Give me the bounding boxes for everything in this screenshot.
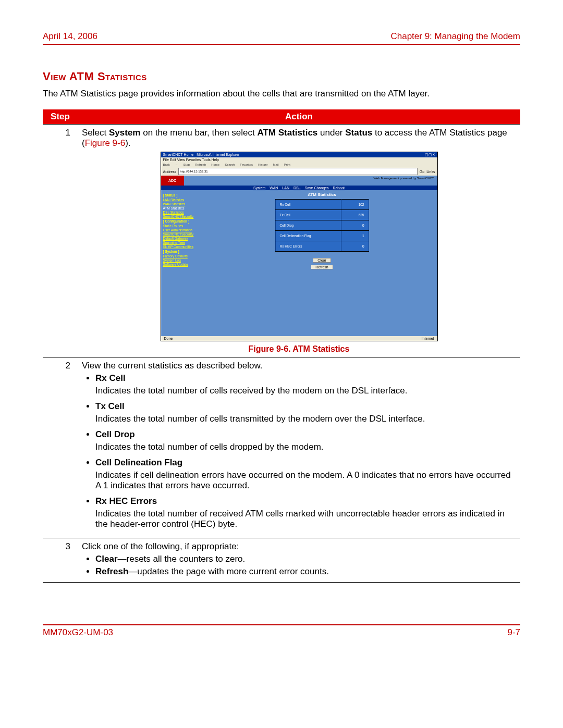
tool-refresh[interactable]: Refresh: [195, 163, 206, 166]
side-sw[interactable]: Software Update: [163, 263, 205, 266]
stat-v: 635: [341, 210, 369, 220]
tool-stop[interactable]: Stop: [183, 163, 190, 166]
side-atm[interactable]: ATM Statistics: [163, 206, 205, 210]
stat-k: Cell Delineation Flag: [275, 231, 341, 241]
side-dsl[interactable]: DSL Statistics: [163, 211, 205, 214]
tool-back[interactable]: Back: [163, 163, 170, 166]
footer-line: MM70xG2-UM-03 9-7: [43, 627, 520, 638]
nav-reboot[interactable]: Reboot: [333, 186, 345, 190]
col-action: Action: [78, 109, 520, 125]
stats-table: Rx Cell102 Tx Cell635 Cell Drop0 Cell De…: [275, 199, 369, 252]
desc-refresh: —updates the page with more current erro…: [128, 566, 329, 576]
nav-system[interactable]: System: [253, 186, 265, 190]
side-routes[interactable]: Static Routes: [163, 224, 205, 228]
document-page: April 14, 2006 Chapter 9: Managing the M…: [0, 0, 563, 659]
desc-rx: Indicates the total number of cells rece…: [95, 386, 516, 396]
header-chapter: Chapter 9: Managing the Modem: [390, 31, 520, 42]
address-bar: Address Go Links: [161, 167, 437, 176]
stat-v: 102: [341, 200, 369, 210]
term-hec: Rx HEC Errors: [95, 496, 157, 506]
side-useradmin[interactable]: User Administration: [163, 228, 205, 232]
refresh-button[interactable]: Refresh: [311, 265, 333, 269]
nav-save[interactable]: Save Changes: [305, 186, 329, 190]
term-rx: Rx Cell: [95, 373, 126, 383]
term-drop: Cell Drop: [95, 429, 135, 439]
web-mgmt-label: Web Management powered by SmartCNCT: [184, 176, 437, 186]
step1-action: Select System on the menu bar, then sele…: [78, 125, 520, 357]
nav-lan[interactable]: LAN: [282, 186, 289, 190]
side-system-hdr: [ System ]: [163, 250, 205, 253]
term-clear: Clear: [95, 554, 118, 564]
section-title: View ATM Statistics: [43, 70, 520, 83]
window-title: SmartCNCT Home - Microsoft Internet Expl…: [163, 153, 240, 157]
side-lan[interactable]: LAN Statistics: [163, 198, 205, 202]
address-label: Address: [163, 170, 177, 174]
desc-tx: Indicates the total number of cells tran…: [95, 414, 516, 424]
term-cdf: Cell Delineation Flag: [95, 458, 182, 467]
stat-k: Rx Cell: [275, 200, 341, 210]
figure-ref: Figure 9-6: [85, 138, 125, 148]
browser-toolbar: Back → Stop Refresh Home Search Favorite…: [161, 162, 437, 167]
clear-button[interactable]: Clear: [313, 258, 331, 263]
bold-atm: ATM Statistics: [257, 128, 317, 138]
tool-hist[interactable]: History: [258, 163, 268, 166]
main-area: ATM Statistics Rx Cell102 Tx Cell635 Cel…: [207, 190, 437, 336]
screenshot: SmartCNCT Home - Microsoft Internet Expl…: [161, 152, 438, 341]
side-wan[interactable]: WAN Statistics: [163, 202, 205, 206]
side-factory[interactable]: Factory Defaults: [163, 254, 205, 258]
steps-table: Step Action 1 Select System on the menu …: [43, 109, 520, 583]
tool-print[interactable]: Print: [284, 163, 290, 166]
stat-v: 0: [341, 241, 369, 252]
main-title: ATM Statistics: [212, 192, 432, 197]
tool-mail[interactable]: Mail: [273, 163, 279, 166]
step2-num: 2: [43, 357, 78, 538]
footer-rule: [43, 624, 520, 625]
tool-forward[interactable]: →: [175, 163, 178, 166]
side-stp[interactable]: Spanning Tree: [163, 241, 205, 244]
term-refresh: Refresh: [95, 566, 128, 576]
step2-action: View the current statistics as described…: [78, 357, 520, 538]
top-nav: System WAN LAN DSL Save Changes Reboot: [161, 186, 437, 190]
stat-k: Cell Drop: [275, 220, 341, 231]
go-button[interactable]: Go: [420, 170, 424, 174]
stat-v: 1: [341, 231, 369, 241]
adc-logo: ADC: [161, 176, 184, 186]
side-sec2[interactable]: SmartCNCTSecurity: [163, 232, 205, 236]
side-status-hdr: [ Status ]: [163, 193, 205, 197]
desc-clear: —resets all the counters to zero.: [118, 554, 246, 564]
footer-doc: MM70xG2-UM-03: [43, 627, 113, 638]
section-intro: The ATM Statistics page provides informa…: [43, 89, 520, 99]
side-config-hdr: [ Configuration ]: [163, 219, 205, 223]
nav-wan[interactable]: WAN: [270, 186, 278, 190]
side-snmp[interactable]: SNMP Communities: [163, 245, 205, 249]
desc-cdf: Indicates if cell delineation errors hav…: [95, 470, 516, 491]
header-rule: [43, 44, 520, 45]
side-sec1[interactable]: SmartCNCTSecurity: [163, 215, 205, 218]
t: ).: [125, 138, 130, 148]
stat-k: Rx HEC Errors: [275, 241, 341, 252]
side-gw[interactable]: Default Gateway: [163, 237, 205, 240]
step1-num: 1: [43, 125, 78, 357]
nav-dsl[interactable]: DSL: [293, 186, 301, 190]
browser-menubar: File Edit View Favorites Tools Help: [161, 157, 437, 162]
bold-system: System: [109, 128, 140, 138]
side-syslog[interactable]: System Log: [163, 258, 205, 262]
bullet-clear: Clear—resets all the counters to zero.: [95, 554, 516, 564]
browser-titlebar: SmartCNCT Home - Microsoft Internet Expl…: [161, 152, 437, 157]
step3-num: 3: [43, 538, 78, 583]
bold-status: Status: [345, 128, 372, 138]
status-done: Done: [164, 337, 173, 340]
tool-fav[interactable]: Favorites: [240, 163, 253, 166]
step3-action: Click one of the following, if appropria…: [78, 538, 520, 583]
tool-search[interactable]: Search: [225, 163, 235, 166]
step2-lead: View the current statistics as described…: [82, 361, 262, 371]
desc-hec: Indicates the total number of received A…: [95, 509, 516, 529]
footer-page: 9-7: [507, 627, 520, 638]
tool-home[interactable]: Home: [211, 163, 219, 166]
term-tx: Tx Cell: [95, 401, 125, 411]
browser-status: Done Internet: [161, 336, 437, 341]
address-input[interactable]: [178, 168, 418, 175]
status-internet: Internet: [422, 337, 434, 340]
stat-k: Tx Cell: [275, 210, 341, 220]
col-step: Step: [43, 109, 78, 125]
